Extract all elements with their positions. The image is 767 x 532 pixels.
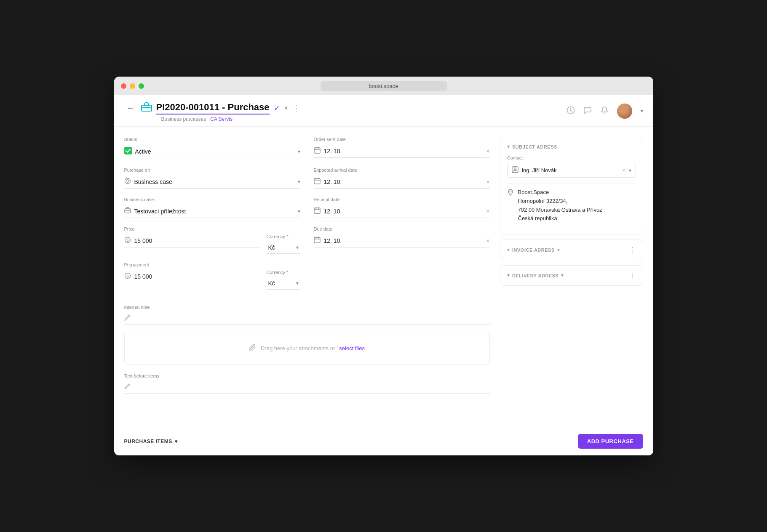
delivery-address-title: ▾ DELIVERY ADRESS ▾	[507, 273, 564, 278]
prepayment-currency-row: $ 15 000 Currency * Kč ▾	[124, 270, 300, 290]
due-date-label: Due date	[314, 226, 490, 231]
svg-rect-22	[314, 237, 320, 243]
expected-arrival-date-group: Expected arrival date 12. 10. ×	[314, 168, 490, 189]
close-page-button[interactable]: ×	[284, 104, 288, 112]
text-before-items-label: Text before items	[124, 373, 490, 378]
receipt-date-clear-icon[interactable]: ×	[486, 208, 489, 215]
more-options-button[interactable]: ⋮	[292, 104, 300, 113]
clock-icon[interactable]	[567, 106, 575, 117]
business-case-chevron-icon[interactable]: ▾	[298, 208, 300, 214]
invoice-address-chevron-icon[interactable]: ▾	[507, 247, 510, 253]
due-date-value: 12. 10.	[324, 237, 483, 244]
receipt-date-field[interactable]: 12. 10. ×	[314, 205, 490, 218]
price-currency-row: $ 15 000 Currency * Kč ▾	[124, 234, 300, 254]
calendar-icon-2	[314, 178, 321, 186]
internal-note-section: Internal note	[124, 305, 490, 325]
svg-rect-4	[314, 148, 320, 153]
purchase-on-value: Business case	[134, 178, 294, 185]
contact-clear-icon[interactable]: ×	[622, 167, 625, 173]
prepayment-group: Prepayment $ 15 000	[124, 262, 300, 290]
currency-chevron-icon[interactable]: ▾	[296, 245, 299, 250]
main-content: Status Active ▾ Order sent date	[114, 127, 653, 427]
bell-icon[interactable]	[600, 106, 609, 117]
drop-zone[interactable]: Drag here your attachments or select fil…	[124, 332, 490, 365]
contact-chevron-icon[interactable]: ▾	[629, 168, 631, 173]
order-sent-date-value: 12. 10.	[324, 148, 483, 154]
bottom-bar: PURCHASE ITEMS ▾ ADD PURCHASE	[114, 427, 653, 455]
minimize-traffic-light[interactable]	[130, 83, 135, 89]
calendar-icon-3	[314, 207, 321, 215]
currency-label: Currency *	[267, 234, 300, 239]
delivery-address-chevron2-icon[interactable]: ▾	[561, 273, 564, 278]
status-chevron-icon[interactable]: ▾	[298, 149, 300, 154]
contact-label: Contact	[507, 155, 636, 160]
header-right: ▾	[567, 104, 643, 119]
svg-rect-10	[314, 178, 320, 184]
back-button[interactable]: ←	[124, 103, 137, 114]
add-purchase-button[interactable]: ADD PURCHASE	[578, 434, 643, 449]
confirm-icon[interactable]: ✓	[274, 104, 280, 113]
order-sent-date-field[interactable]: 12. 10. ×	[314, 144, 490, 158]
invoice-address-chevron2-icon[interactable]: ▾	[557, 247, 560, 253]
traffic-lights	[121, 83, 144, 89]
purchase-items-chevron-icon: ▾	[175, 439, 178, 444]
currency2-label: Currency *	[267, 270, 300, 275]
app-content: ← PI2020-001011 - Purchase ✓ × ⋮	[114, 95, 653, 455]
contact-name: Ing. Jiří Novák	[522, 167, 619, 173]
svg-text:$: $	[126, 238, 128, 242]
receipt-date-group: Receipt date 12. 10. ×	[314, 197, 490, 218]
prepayment-value: 15 000	[134, 273, 260, 280]
prepayment-field[interactable]: $ 15 000	[124, 270, 260, 283]
subject-address-card: ▾ SUBJECT ADRESS Contact Ing. Jiří Novák…	[500, 137, 643, 234]
text-before-items-field[interactable]	[124, 381, 490, 394]
delivery-address-header: ▾ DELIVERY ADRESS ▾ ⋮	[507, 271, 636, 279]
prepayment-label: Prepayment	[124, 262, 300, 267]
invoice-address-more-icon[interactable]: ⋮	[629, 246, 636, 254]
internal-note-field[interactable]	[124, 312, 490, 325]
receipt-date-label: Receipt date	[314, 197, 490, 202]
address-line2: Hornopolní 3222/34,	[518, 197, 604, 206]
breadcrumb-link[interactable]: CA Servis	[210, 116, 233, 122]
currency-field[interactable]: Kč ▾	[267, 242, 300, 254]
status-field[interactable]: Active ▾	[124, 144, 300, 159]
due-date-clear-icon[interactable]: ×	[486, 237, 489, 244]
status-label: Status	[124, 137, 300, 142]
currency2-chevron-icon[interactable]: ▾	[296, 280, 299, 286]
price-field-wrapper: $ 15 000	[124, 234, 260, 254]
price-field[interactable]: $ 15 000	[124, 234, 260, 247]
avatar-chevron-icon[interactable]: ▾	[641, 108, 643, 114]
order-sent-date-label: Order sent date	[314, 137, 490, 142]
purchase-on-label: Purchase on	[124, 168, 300, 173]
status-value: Active	[135, 148, 294, 155]
due-date-field[interactable]: 12. 10. ×	[314, 234, 490, 247]
contact-field[interactable]: Ing. Jiří Novák × ▾	[507, 163, 636, 178]
address-block: Boost.Space Hornopolní 3222/34, 702 00 M…	[507, 184, 636, 227]
currency-wrapper: Currency * Kč ▾	[267, 234, 300, 254]
business-case-icon	[124, 207, 131, 215]
map-pin-icon	[507, 189, 514, 223]
business-case-label: Business case	[124, 197, 300, 202]
currency2-wrapper: Currency * Kč ▾	[267, 270, 300, 290]
svg-point-30	[510, 191, 511, 192]
subject-address-title: SUBJECT ADRESS	[512, 144, 557, 149]
due-date-group: Due date 12. 10. ×	[314, 226, 490, 254]
delivery-address-more-icon[interactable]: ⋮	[629, 271, 636, 279]
close-traffic-light[interactable]	[121, 83, 126, 89]
currency-value: Kč	[268, 244, 294, 251]
maximize-traffic-light[interactable]	[139, 83, 144, 89]
business-case-field[interactable]: Testovací příležitost ▾	[124, 205, 300, 218]
purchase-on-chevron-icon[interactable]: ▾	[298, 179, 300, 185]
currency2-field[interactable]: Kč ▾	[267, 277, 300, 290]
purchase-items-toggle[interactable]: PURCHASE ITEMS ▾	[124, 439, 178, 444]
paperclip-icon	[249, 344, 257, 353]
purchase-on-field[interactable]: Business case ▾	[124, 175, 300, 189]
header-left: ← PI2020-001011 - Purchase ✓ × ⋮	[124, 102, 300, 126]
expected-arrival-date-clear-icon[interactable]: ×	[486, 178, 489, 185]
chat-icon[interactable]	[583, 106, 592, 117]
address-bar: boost.space	[321, 81, 447, 91]
select-files-link[interactable]: select files	[339, 345, 365, 351]
expected-arrival-date-field[interactable]: 12. 10. ×	[314, 175, 490, 189]
delivery-address-chevron-icon[interactable]: ▾	[507, 273, 510, 278]
order-sent-date-clear-icon[interactable]: ×	[486, 148, 489, 154]
avatar[interactable]	[617, 104, 632, 119]
